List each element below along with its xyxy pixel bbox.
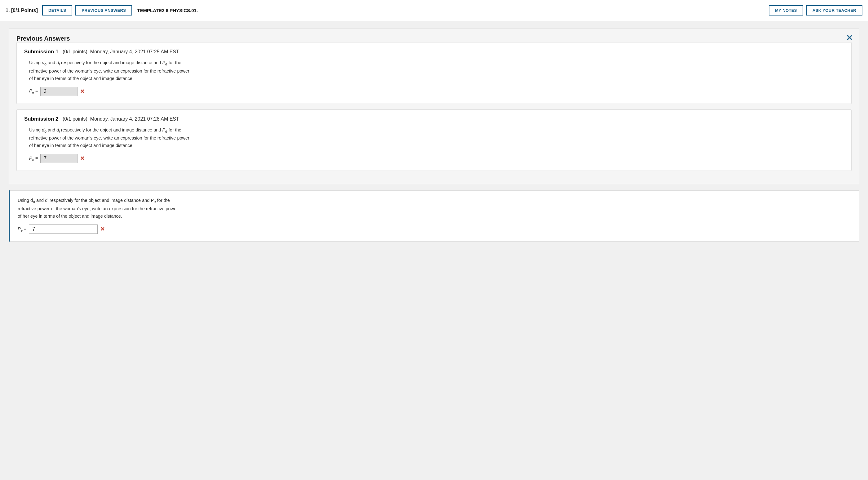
submission-1-body: Using do and di respectively for the obj… bbox=[29, 59, 844, 83]
top-bar-right: MY NOTES ASK YOUR TEACHER bbox=[769, 5, 862, 16]
submission-1-wrong-icon: ✕ bbox=[80, 88, 85, 95]
var-pe-bottom: Pe bbox=[151, 198, 156, 203]
submission-1-answer-value: 3 bbox=[40, 87, 78, 96]
bottom-panel: Using do and di respectively for the obj… bbox=[10, 190, 859, 242]
bottom-section: Using do and di respectively for the obj… bbox=[9, 190, 859, 242]
main-content: Previous Answers ✕ Submission 1 (0/1 poi… bbox=[0, 21, 868, 480]
submission-2-meta: (0/1 points) Monday, January 4, 2021 07:… bbox=[60, 116, 179, 122]
var-pe: Pe bbox=[162, 60, 167, 65]
bottom-answer-label: Pe = bbox=[18, 227, 26, 232]
var-pe-2: Pe bbox=[162, 127, 167, 132]
template-label: TEMPLATE2 6.PHYSICS.01. bbox=[137, 8, 198, 13]
submission-2-header: Submission 2 (0/1 points) Monday, Januar… bbox=[24, 116, 844, 122]
submission-2-answer-label: Pe = bbox=[29, 156, 38, 161]
submission-2-wrong-icon: ✕ bbox=[80, 155, 85, 162]
var-di-bottom: di bbox=[45, 198, 49, 203]
bottom-body: Using do and di respectively for the obj… bbox=[18, 197, 851, 220]
submission-1-meta: (0/1 points) Monday, January 4, 2021 07:… bbox=[60, 49, 179, 54]
submission-1-answer-label: Pe = bbox=[29, 88, 38, 94]
submission-1-header: Submission 1 (0/1 points) Monday, Januar… bbox=[24, 49, 844, 55]
submission-2-body: Using do and di respectively for the obj… bbox=[29, 126, 844, 150]
details-button[interactable]: DETAILS bbox=[42, 5, 72, 16]
var-di: di bbox=[56, 60, 60, 65]
bottom-wrong-icon: ✕ bbox=[100, 226, 105, 233]
var-do: do bbox=[42, 60, 46, 65]
submission-card-1: Submission 1 (0/1 points) Monday, Januar… bbox=[17, 42, 851, 104]
top-bar: 1. [0/1 Points] DETAILS PREVIOUS ANSWERS… bbox=[0, 0, 868, 21]
bottom-answer-row: Pe = ✕ bbox=[18, 224, 851, 234]
submission-card-2: Submission 2 (0/1 points) Monday, Januar… bbox=[17, 110, 851, 171]
var-do-bottom: do bbox=[30, 198, 35, 203]
previous-answers-title: Previous Answers bbox=[17, 35, 70, 42]
previous-answers-button[interactable]: PREVIOUS ANSWERS bbox=[75, 5, 132, 16]
close-button[interactable]: ✕ bbox=[846, 34, 853, 42]
bottom-answer-input[interactable] bbox=[29, 224, 98, 234]
submission-1-title: Submission 1 bbox=[24, 49, 59, 55]
var-do-2: do bbox=[42, 127, 46, 132]
points-label: 1. [0/1 Points] bbox=[6, 8, 38, 13]
submission-1-answer-row: Pe = 3 ✕ bbox=[29, 87, 844, 96]
ask-teacher-button[interactable]: ASK YOUR TEACHER bbox=[806, 5, 862, 16]
previous-answers-panel: Previous Answers ✕ Submission 1 (0/1 poi… bbox=[9, 29, 859, 184]
var-di-2: di bbox=[56, 127, 60, 132]
submission-2-answer-value: 7 bbox=[40, 154, 78, 163]
submission-2-title: Submission 2 bbox=[24, 116, 59, 122]
my-notes-button[interactable]: MY NOTES bbox=[769, 5, 803, 16]
submission-2-answer-row: Pe = 7 ✕ bbox=[29, 154, 844, 163]
